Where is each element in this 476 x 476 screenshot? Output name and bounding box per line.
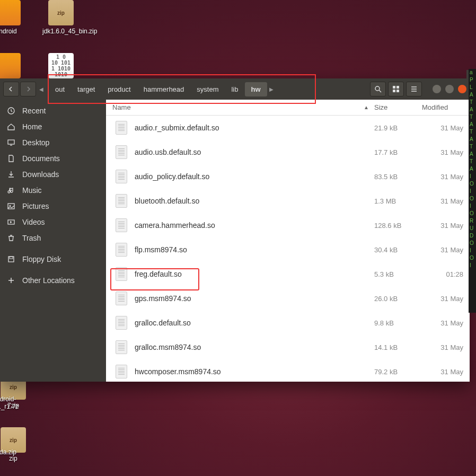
sidebar-item-home[interactable]: Home [0, 119, 106, 135]
sidebar-item-trash[interactable]: Trash [0, 230, 106, 246]
sidebar-item-other-locations[interactable]: Other Locations [0, 272, 106, 288]
sort-ascending-icon: ▲ [364, 104, 369, 110]
breadcrumb-segment[interactable]: target [71, 82, 101, 96]
desktop-icon[interactable]: da.zip [0, 448, 27, 456]
sidebar-item-label: Desktop [22, 138, 49, 147]
file-row[interactable]: camera.hammerhead.so128.6 kB31 May [106, 213, 470, 237]
file-icon [116, 121, 127, 135]
file-row[interactable]: bluetooth.default.so1.3 MB31 May [106, 189, 470, 213]
file-list: Name ▲ Size Modified audio.r_submix.defa… [106, 100, 470, 382]
desktop-icon-label: jdk1.6.0_45_bin.zip [42, 28, 80, 35]
file-row[interactable]: audio.r_submix.default.so21.9 kB31 May [106, 116, 470, 140]
file-size: 1.3 MB [374, 197, 422, 205]
file-name: camera.hammerhead.so [135, 221, 374, 230]
partial-terminal-window: aPLATATATATATAIOIOIORUDOIOI [469, 69, 476, 313]
column-header-size[interactable]: Size [374, 103, 422, 111]
file-icon [116, 194, 127, 208]
hamburger-icon [410, 85, 418, 93]
file-name: audio.r_submix.default.so [135, 124, 374, 132]
chevron-right-icon [25, 86, 31, 92]
forward-button[interactable] [20, 82, 36, 96]
file-name: freg.default.so [135, 270, 374, 278]
file-modified: 31 May [422, 295, 470, 303]
file-row[interactable]: gralloc.default.so9.8 kB31 May [106, 311, 470, 335]
breadcrumb-segment[interactable]: hw [245, 82, 267, 96]
breadcrumb-segment[interactable]: hammerhead [137, 82, 191, 96]
file-modified: 31 May [422, 173, 470, 181]
breadcrumb-overflow-left-icon[interactable]: ◀ [37, 86, 46, 92]
sidebar-item-label: Other Locations [22, 276, 75, 285]
file-size: 5.3 kB [374, 270, 422, 278]
file-icon [116, 218, 127, 232]
file-size: 83.5 kB [374, 173, 422, 181]
file-row[interactable]: hwcomposer.msm8974.so79.2 kB31 May [106, 359, 470, 382]
sidebar-item-documents[interactable]: Documents [0, 151, 106, 166]
file-row[interactable]: freg.default.so5.3 kB01:28 [106, 262, 470, 286]
window-maximize-button[interactable] [445, 85, 454, 93]
sidebar-item-label: Downloads [22, 170, 59, 179]
desktop-icon[interactable]: droid-1_r1.7z [0, 395, 27, 411]
desktop-icon[interactable]: zipjdk1.6.0_45_bin.zip [42, 0, 80, 35]
svg-rect-1 [393, 86, 395, 89]
sidebar-item-label: Trash [22, 234, 41, 242]
search-icon [374, 85, 382, 93]
plus-icon [6, 276, 16, 285]
back-button[interactable] [3, 82, 19, 96]
file-row[interactable]: gps.msm8974.so26.0 kB31 May [106, 286, 470, 311]
file-row[interactable]: flp.msm8974.so30.4 kB31 May [106, 237, 470, 262]
breadcrumb-segment[interactable]: system [190, 82, 225, 96]
sidebar-item-floppy-disk[interactable]: Floppy Disk [0, 251, 106, 267]
sidebar-item-label: Videos [22, 218, 45, 226]
sidebar-item-desktop[interactable]: Desktop [0, 135, 106, 151]
file-name: bluetooth.default.so [135, 197, 374, 205]
hamburger-menu-button[interactable] [406, 82, 422, 96]
file-row[interactable]: audio.usb.default.so17.7 kB31 May [106, 140, 470, 164]
file-icon [116, 340, 127, 354]
file-icon [116, 316, 127, 330]
grid-icon [392, 85, 400, 93]
sidebar-item-recent[interactable]: Recent [0, 103, 106, 119]
sidebar-item-music[interactable]: Music [0, 182, 106, 198]
file-size: 128.6 kB [374, 222, 422, 230]
desktop-icon[interactable]: zipzip [0, 427, 32, 462]
file-name: flp.msm8974.so [135, 245, 374, 254]
column-header-name[interactable]: Name ▲ [106, 103, 374, 111]
svg-rect-3 [393, 90, 395, 92]
download-icon [6, 170, 16, 179]
file-row[interactable]: audio_policy.default.so83.5 kB31 May [106, 164, 470, 189]
breadcrumb-segment[interactable]: product [101, 82, 137, 96]
sidebar-item-downloads[interactable]: Downloads [0, 166, 106, 182]
file-row[interactable]: gralloc.msm8974.so14.1 kB31 May [106, 335, 470, 359]
file-modified: 31 May [422, 368, 470, 376]
folder-icon [0, 53, 21, 78]
file-size: 17.7 kB [374, 148, 422, 156]
sidebar: RecentHomeDesktopDocumentsDownloadsMusic… [0, 100, 106, 382]
view-grid-button[interactable] [388, 82, 404, 96]
music-icon [6, 186, 16, 195]
column-header-modified[interactable]: Modified [422, 103, 470, 111]
clock-icon [6, 106, 16, 116]
desktop-icon[interactable]: ndroid [0, 0, 27, 35]
sidebar-item-videos[interactable]: Videos [0, 214, 106, 230]
window-minimize-button[interactable] [433, 85, 441, 93]
breadcrumb-segment[interactable]: out [49, 82, 71, 96]
breadcrumb-overflow-right-icon[interactable]: ▶ [267, 86, 276, 92]
search-button[interactable] [370, 82, 386, 96]
file-name: hwcomposer.msm8974.so [135, 367, 374, 376]
file-size: 21.9 kB [374, 124, 422, 132]
file-size: 79.2 kB [374, 368, 422, 376]
column-headers: Name ▲ Size Modified [106, 100, 470, 116]
svg-rect-4 [396, 90, 399, 92]
file-icon [116, 243, 127, 257]
svg-rect-6 [8, 140, 14, 144]
breadcrumb-segment[interactable]: lib [225, 82, 244, 96]
window-close-button[interactable] [458, 85, 466, 93]
text-file-icon: 1 010 1011 10101010 [48, 53, 74, 78]
sidebar-item-pictures[interactable]: Pictures [0, 198, 106, 214]
file-modified: 01:28 [422, 270, 470, 278]
file-modified: 31 May [422, 197, 470, 205]
desktop-icon [6, 138, 16, 147]
file-modified: 31 May [422, 343, 470, 351]
floppy-icon [6, 254, 16, 264]
pictures-icon [6, 201, 16, 211]
